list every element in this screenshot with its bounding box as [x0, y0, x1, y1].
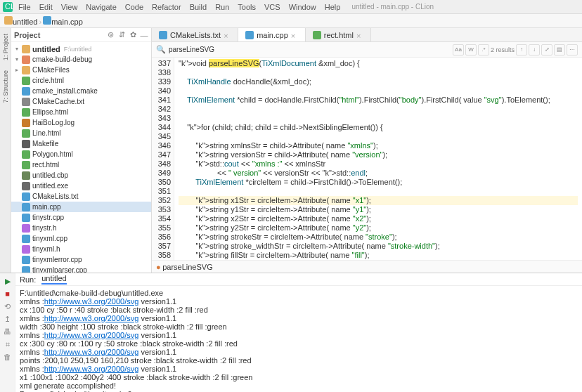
tab-CMakeLists-txt[interactable]: CMakeLists.txt× — [152, 28, 238, 41]
tree-item-main-cpp[interactable]: main.cpp — [11, 202, 151, 212]
tree-item-Ellipse-html[interactable]: Ellipse.html — [11, 107, 151, 117]
tree-item-CMakeCache-txt[interactable]: CMakeCache.txt — [11, 96, 151, 107]
print-icon[interactable]: 🖶 — [3, 327, 13, 337]
code-line-350[interactable]: TiXmlElement *circleItem = child->FirstC… — [179, 178, 578, 187]
select-all[interactable]: ⤢ — [541, 44, 552, 55]
project-tree[interactable]: ▾untitledF:\untitled▾cmake-build-debug▸C… — [11, 42, 151, 273]
close-icon[interactable]: × — [356, 32, 363, 39]
crumb-untitled[interactable]: untitled — [13, 18, 37, 26]
tab-main-cpp[interactable]: main.cpp× — [238, 28, 306, 41]
tree-item-tinyxml-h[interactable]: tinyxml.h — [11, 244, 151, 254]
tree-item-untitled-cbp[interactable]: untitled.cbp — [11, 170, 151, 181]
tree-item-CMakeFiles[interactable]: ▸CMakeFiles — [11, 65, 151, 75]
code-line-342[interactable] — [179, 105, 578, 114]
gutter: 3373383393403413423433443453463473483493… — [152, 58, 174, 260]
menu-window[interactable]: Window — [285, 1, 321, 13]
sidetab-project[interactable]: 1: Project — [2, 34, 9, 60]
code-line-345[interactable] — [179, 132, 578, 141]
cpp-icon — [43, 16, 51, 25]
run-output[interactable]: F:\untitled\cmake-build-debug\untitled.e… — [15, 286, 582, 392]
find-input[interactable] — [169, 46, 281, 53]
code-line-346[interactable]: "k">string xmlnsStr = child->Attribute( … — [179, 141, 578, 150]
code-line-356[interactable]: "k">string strokeStr = circleItem->Attri… — [179, 233, 578, 242]
code-editor[interactable]: 3373383393403413423433443453463473483493… — [152, 58, 582, 260]
code-line-353[interactable]: "k">string y1Str = circleItem->Attribute… — [179, 205, 578, 214]
close-icon[interactable]: × — [224, 32, 231, 39]
more-icon[interactable]: ⋯ — [567, 44, 578, 55]
code-line-338[interactable] — [179, 68, 578, 77]
menu-refactor[interactable]: Refactor — [148, 1, 186, 13]
code-line-344[interactable]: "k">for (child; child; child = child->Ne… — [179, 123, 578, 132]
stop-icon[interactable]: ■ — [3, 289, 13, 299]
code-line-341[interactable]: TiXmlElement *child = docHandle.FirstChi… — [179, 96, 578, 105]
code-line-354[interactable]: "k">string x2Str = circleItem->Attribute… — [179, 214, 578, 223]
tree-item-tinystr-h[interactable]: tinystr.h — [11, 223, 151, 233]
up-icon[interactable]: ↥ — [3, 314, 13, 324]
sidetab-structure[interactable]: 7: Structure — [2, 70, 9, 103]
url-link[interactable]: http://www.w3.org/2000/svg — [44, 331, 139, 339]
prev-match[interactable]: ↑ — [516, 44, 527, 55]
code-line-343[interactable] — [179, 114, 578, 123]
folder-icon — [22, 66, 30, 74]
crumb-main.cpp[interactable]: main.cpp — [51, 18, 83, 26]
url-link[interactable]: http://www.w3.org/2000/svg — [44, 314, 139, 322]
tree-item-cmake_install-cmake[interactable]: cmake_install.cmake — [11, 86, 151, 96]
url-link[interactable]: http://www.w3.org/2000/svg — [44, 297, 139, 306]
menu-code[interactable]: Code — [121, 1, 148, 13]
code-line-349[interactable]: << " version" << versionStr << "k">std::… — [179, 169, 578, 178]
tree-item-tinyxmlparser-cpp[interactable]: tinyxmlparser.cpp — [11, 265, 151, 273]
filter-icon[interactable]: ▤ — [554, 44, 565, 55]
tree-item-cmake-build-debug[interactable]: ▾cmake-build-debug — [11, 54, 151, 65]
code-line-358[interactable]: "k">string fillStr = circleItem->Attribu… — [179, 251, 578, 260]
run-tab[interactable]: untitled — [41, 274, 66, 285]
code-line-339[interactable]: TiXmlHandle docHandle(&xml_doc); — [179, 77, 578, 86]
url-link[interactable]: http://www.w3.org/2000/svg — [44, 348, 139, 356]
code-line-348[interactable]: "k">std::cout << "xmlns :" << xmlnsStr — [179, 159, 578, 169]
code-line-337[interactable]: "k">void parseLineSVG(TiXmlDocument &xml… — [179, 59, 578, 68]
next-match[interactable]: ↓ — [529, 44, 540, 55]
tree-item-Polygon-html[interactable]: Polygon.html — [11, 149, 151, 159]
code-line-355[interactable]: "k">string y2Str = circleItem->Attribute… — [179, 223, 578, 233]
menu-run[interactable]: Run — [211, 1, 233, 13]
menu-tools[interactable]: Tools — [233, 1, 260, 13]
filter-run-icon[interactable]: ⌗ — [3, 339, 13, 349]
close-icon[interactable]: × — [291, 32, 298, 39]
menu-vcs[interactable]: VCS — [260, 1, 285, 13]
url-link[interactable]: http://www.w3.org/2000/svg — [44, 365, 139, 373]
menu-edit[interactable]: Edit — [35, 1, 57, 13]
trash-icon[interactable]: 🗑 — [3, 352, 13, 362]
code-line-357[interactable]: "k">string stroke_widthStr = circleItem-… — [179, 242, 578, 251]
menu-help[interactable]: Help — [321, 1, 345, 13]
exit-icon[interactable]: ⟲ — [3, 301, 13, 311]
tab-rect-html[interactable]: rect.html× — [306, 28, 371, 41]
collapse-icon[interactable]: ⇵ — [117, 31, 126, 39]
menu-view[interactable]: View — [57, 1, 82, 13]
rerun-icon[interactable]: ▶ — [3, 276, 13, 286]
tree-item-tinyxml-cpp[interactable]: tinyxml.cpp — [11, 233, 151, 244]
menu-build[interactable]: Build — [186, 1, 211, 13]
menu-file[interactable]: File — [14, 1, 35, 13]
whole-word[interactable]: W — [465, 44, 477, 55]
regex[interactable]: .* — [478, 44, 489, 55]
tree-item-CMakeLists-txt[interactable]: CMakeLists.txt — [11, 191, 151, 202]
locate-icon[interactable]: ⊚ — [106, 31, 115, 39]
hide-icon[interactable]: — — [140, 31, 148, 39]
code-lines[interactable]: "k">void parseLineSVG(TiXmlDocument &xml… — [174, 58, 582, 260]
tree-root[interactable]: ▾untitledF:\untitled — [11, 44, 151, 54]
exe-icon — [22, 182, 30, 190]
tree-item-Makefile[interactable]: Makefile — [11, 138, 151, 149]
tree-item-rect-html[interactable]: rect.html — [11, 159, 151, 170]
settings-icon[interactable]: ✿ — [129, 31, 137, 39]
menu-navigate[interactable]: Navigate — [82, 1, 120, 13]
code-line-340[interactable] — [179, 86, 578, 96]
code-line-352[interactable]: "k">string x1Str = circleItem->Attribute… — [179, 196, 578, 205]
code-line-351[interactable] — [179, 187, 578, 196]
tree-item-untitled-exe[interactable]: untitled.exe — [11, 181, 151, 191]
tree-item-tinyxmlerror-cpp[interactable]: tinyxmlerror.cpp — [11, 254, 151, 265]
code-line-347[interactable]: "k">string versionStr = child->Attribute… — [179, 150, 578, 159]
tree-item-tinystr-cpp[interactable]: tinystr.cpp — [11, 212, 151, 223]
match-case[interactable]: Aa — [453, 44, 464, 55]
tree-item-HaiBoLog-log[interactable]: HaiBoLog.log — [11, 117, 151, 128]
tree-item-circle-html[interactable]: circle.html — [11, 75, 151, 86]
tree-item-Line-html[interactable]: Line.html — [11, 128, 151, 138]
